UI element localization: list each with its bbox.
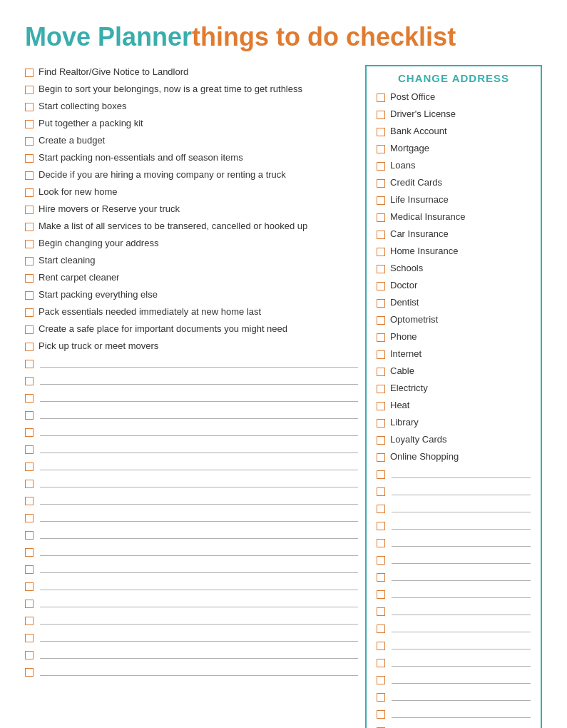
checkbox[interactable] (25, 582, 34, 591)
list-item: Post Office (377, 90, 531, 104)
checkbox[interactable] (25, 291, 34, 300)
checkbox[interactable] (25, 360, 34, 368)
checkbox[interactable] (377, 145, 385, 153)
checkbox[interactable] (377, 676, 385, 684)
checkbox[interactable] (377, 385, 385, 393)
checkbox[interactable] (25, 600, 34, 608)
checkbox[interactable] (25, 445, 34, 454)
checkbox[interactable] (25, 514, 34, 522)
checkbox[interactable] (377, 556, 385, 565)
checkbox[interactable] (25, 411, 34, 420)
checkbox[interactable] (25, 548, 34, 557)
item-text: Post Office (390, 91, 435, 103)
checkbox[interactable] (25, 188, 34, 197)
checkbox[interactable] (25, 120, 34, 128)
checkbox[interactable] (377, 522, 385, 530)
list-item: Internet (377, 347, 531, 361)
checkbox[interactable] (377, 162, 385, 171)
blank-list-item (25, 527, 358, 542)
checkbox[interactable] (377, 642, 385, 650)
checkbox[interactable] (377, 487, 385, 496)
checkbox[interactable] (25, 69, 34, 77)
item-text: Doctor (390, 279, 417, 292)
checkbox[interactable] (25, 223, 34, 231)
checkbox[interactable] (377, 299, 385, 308)
list-item: Bank Account (377, 124, 531, 138)
checkbox[interactable] (25, 394, 34, 403)
checkbox[interactable] (25, 103, 34, 111)
list-item: Begin changing your address (25, 236, 358, 251)
blank-list-item (25, 373, 358, 388)
item-text: Home Insurance (390, 245, 458, 258)
checkbox[interactable] (377, 93, 385, 102)
checkbox[interactable] (25, 308, 34, 317)
item-text: Decide if you are hiring a moving compan… (39, 168, 286, 181)
blank-list-item (25, 545, 358, 559)
checkbox[interactable] (377, 402, 385, 410)
checkbox[interactable] (25, 154, 34, 163)
checkbox[interactable] (377, 453, 385, 462)
checkbox[interactable] (25, 377, 34, 385)
checkbox[interactable] (377, 128, 385, 136)
checkbox[interactable] (25, 171, 34, 180)
checkbox[interactable] (25, 634, 34, 642)
list-item: Optometrist (377, 313, 531, 327)
checkbox[interactable] (377, 436, 385, 445)
checkbox[interactable] (377, 693, 385, 702)
checkbox[interactable] (377, 316, 385, 325)
checkbox[interactable] (25, 480, 34, 488)
checkbox[interactable] (377, 265, 385, 273)
checkbox[interactable] (377, 659, 385, 667)
list-item: Mortgage (377, 141, 531, 156)
checkbox[interactable] (377, 419, 385, 428)
checkbox[interactable] (377, 248, 385, 256)
blank-list-item (25, 664, 358, 679)
checkbox[interactable] (25, 240, 34, 248)
blank-line (40, 462, 358, 470)
checkbox[interactable] (377, 368, 385, 376)
blank-list-item (377, 467, 531, 481)
list-item: Cable (377, 364, 531, 378)
checkbox[interactable] (25, 274, 34, 283)
checkbox[interactable] (377, 111, 385, 119)
checkbox[interactable] (25, 462, 34, 471)
item-text: Heat (390, 399, 409, 412)
checkbox[interactable] (377, 231, 385, 239)
checkbox[interactable] (25, 86, 34, 94)
blank-list-item (25, 647, 358, 662)
checkbox[interactable] (377, 625, 385, 633)
checkbox[interactable] (25, 497, 34, 505)
checkbox[interactable] (377, 350, 385, 359)
checkbox[interactable] (25, 206, 34, 214)
checkbox[interactable] (377, 179, 385, 188)
checkbox[interactable] (25, 668, 34, 677)
checkbox[interactable] (377, 573, 385, 582)
checkbox[interactable] (25, 257, 34, 266)
checkbox[interactable] (25, 617, 34, 625)
checkbox[interactable] (377, 333, 385, 342)
checkbox[interactable] (377, 213, 385, 222)
checkbox[interactable] (25, 325, 34, 334)
checkbox[interactable] (377, 607, 385, 616)
checkbox[interactable] (377, 505, 385, 513)
checkbox[interactable] (25, 531, 34, 540)
item-text: Loyalty Cards (390, 433, 446, 446)
blank-line (40, 616, 358, 625)
list-item: Heat (377, 398, 531, 413)
checkbox[interactable] (377, 590, 385, 599)
checkbox[interactable] (25, 651, 34, 659)
checkbox[interactable] (377, 196, 385, 205)
checkbox[interactable] (25, 137, 34, 146)
list-item: Create a budget (25, 133, 358, 148)
checkbox[interactable] (25, 565, 34, 574)
checkbox[interactable] (377, 282, 385, 290)
blank-line (40, 650, 358, 659)
left-column: Find Realtor/Give Notice to LandlordBegi… (25, 65, 358, 728)
checkbox[interactable] (377, 710, 385, 719)
checkbox[interactable] (25, 343, 34, 351)
checkbox[interactable] (377, 539, 385, 547)
checkbox[interactable] (377, 470, 385, 479)
item-text: Electricty (390, 382, 428, 395)
blank-list-item (25, 442, 358, 456)
checkbox[interactable] (25, 428, 34, 437)
